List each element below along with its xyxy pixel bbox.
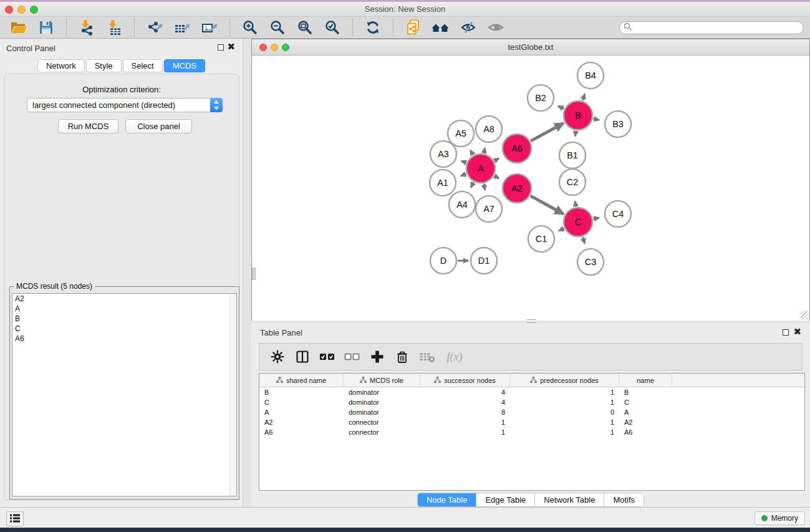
graph-node-A6[interactable]: A6 (503, 134, 531, 163)
deselect-all-icon[interactable] (344, 347, 360, 366)
result-item[interactable]: C (12, 324, 236, 334)
column-header-MCDS-role[interactable]: MCDS role (344, 374, 420, 387)
export-network-icon[interactable] (141, 18, 168, 37)
tab-mcds[interactable]: MCDS (164, 59, 205, 72)
tab-style[interactable]: Style (86, 59, 122, 72)
search-input[interactable] (635, 22, 803, 33)
node-table[interactable]: shared nameMCDS rolesuccessor nodesprede… (259, 373, 805, 491)
result-item[interactable]: A6 (12, 334, 236, 344)
graph-node-B4[interactable]: B4 (577, 62, 604, 89)
table-cell[interactable]: A (619, 409, 672, 416)
float-panel-icon[interactable] (218, 44, 224, 51)
graph-node-A7[interactable]: A7 (476, 196, 502, 222)
graph-node-C1[interactable]: C1 (528, 226, 554, 252)
table-cell[interactable]: 8 (420, 409, 510, 416)
table-cell[interactable]: 1 (510, 389, 619, 396)
graph-node-C4[interactable]: C4 (605, 201, 631, 227)
graph-node-A4[interactable]: A4 (449, 191, 475, 218)
zoom-fit-icon[interactable] (291, 18, 319, 37)
table-cell[interactable]: C (619, 399, 672, 406)
edge-B-B2[interactable] (558, 106, 564, 109)
result-list-scrollbar[interactable] (229, 294, 236, 496)
table-cell[interactable]: dominator (344, 389, 420, 396)
table-cell[interactable]: A2 (259, 418, 344, 426)
table-cell[interactable]: 1 (420, 428, 510, 436)
table-row[interactable]: Cdominator41C (259, 397, 804, 407)
close-panel-icon[interactable]: ✖ (227, 41, 235, 52)
table-float-panel-icon[interactable] (783, 329, 789, 336)
save-icon[interactable] (32, 18, 60, 37)
edge-B-B3[interactable] (593, 118, 599, 120)
search-field[interactable] (619, 21, 804, 34)
table-cell[interactable]: 4 (420, 389, 510, 396)
table-cell[interactable]: B (619, 389, 672, 396)
edge-A-A7[interactable] (484, 184, 485, 190)
task-history-button[interactable] (6, 511, 24, 526)
edge-C-C4[interactable] (594, 218, 599, 219)
table-cell[interactable]: dominator (344, 399, 420, 406)
edge-A-A3[interactable] (461, 161, 466, 163)
tab-network[interactable]: Network (37, 59, 85, 72)
result-item[interactable]: A2 (12, 294, 236, 304)
add-row-icon[interactable] (369, 347, 385, 366)
table-close-panel-icon[interactable]: ✖ (793, 326, 801, 337)
memory-button[interactable]: Memory (755, 511, 805, 525)
table-cell[interactable]: A6 (619, 428, 672, 436)
result-item[interactable]: A (12, 304, 236, 314)
import-table-icon[interactable] (100, 18, 128, 37)
zoom-out-icon[interactable] (264, 18, 291, 37)
table-cell[interactable]: dominator (344, 409, 420, 416)
result-item[interactable]: B (12, 314, 236, 324)
table-cell[interactable]: connector (344, 428, 420, 436)
table-cell[interactable]: 1 (420, 418, 510, 426)
edge-C-C3[interactable] (583, 237, 585, 244)
table-cell[interactable]: A (259, 409, 344, 416)
gear-icon[interactable] (269, 347, 286, 366)
duplicate-network-icon[interactable] (400, 18, 427, 37)
table-cell[interactable]: A2 (619, 418, 672, 426)
table-cell[interactable]: A6 (259, 428, 344, 436)
graph-node-C2[interactable]: C2 (559, 169, 586, 195)
open-folder-icon[interactable] (5, 18, 32, 37)
edge-A6-B[interactable] (531, 123, 563, 141)
table-cell[interactable]: B (259, 389, 344, 396)
graph-node-D[interactable]: D (430, 248, 456, 274)
refresh-icon[interactable] (359, 18, 387, 37)
criterion-dropdown[interactable]: largest connected component (directed) (27, 98, 223, 112)
table-cell[interactable]: 1 (510, 418, 619, 426)
home-icon[interactable] (427, 18, 455, 37)
graph-node-B[interactable]: B (564, 101, 592, 130)
column-header-shared-name[interactable]: shared name (259, 374, 344, 387)
import-network-icon[interactable] (73, 18, 100, 37)
hide-graphics-icon[interactable] (455, 18, 482, 37)
edge-A2-C[interactable] (531, 196, 564, 214)
edge-B-B4[interactable] (583, 94, 585, 101)
edge-C-C1[interactable] (559, 228, 564, 231)
edge-C-C2[interactable] (575, 201, 576, 207)
zoom-selected-icon[interactable] (319, 18, 346, 37)
close-panel-button[interactable]: Close panel (125, 119, 192, 133)
graph-node-B1[interactable]: B1 (559, 142, 586, 168)
edge-B-B1[interactable] (575, 131, 576, 137)
edge-A-A1[interactable] (461, 174, 466, 176)
show-graphics-icon[interactable] (482, 18, 509, 37)
graph-node-C[interactable]: C (564, 208, 592, 236)
graph-node-B2[interactable]: B2 (528, 85, 554, 111)
table-row[interactable]: Adominator80A (259, 407, 804, 417)
mcds-result-list[interactable]: A2ABCA6 (12, 293, 237, 496)
export-table-icon[interactable] (168, 18, 196, 37)
delete-row-icon[interactable] (394, 347, 410, 366)
graph-node-B3[interactable]: B3 (605, 111, 631, 137)
run-mcds-button[interactable]: Run MCDS (58, 119, 118, 133)
table-cell[interactable]: 0 (510, 409, 619, 416)
table-cell[interactable]: 4 (420, 399, 510, 406)
tab-motifs[interactable]: Motifs (604, 493, 644, 506)
table-row[interactable]: A6connector11A6 (259, 427, 804, 437)
edge-A-A4[interactable] (471, 182, 473, 187)
tab-node-table[interactable]: Node Table (418, 493, 477, 506)
column-header-name[interactable]: name (619, 374, 672, 387)
network-window-titlebar[interactable]: testGlobe.txt (252, 39, 809, 56)
edge-A-A6[interactable] (494, 158, 499, 161)
window-resize-grip[interactable] (801, 311, 809, 319)
graph-node-A2[interactable]: A2 (503, 174, 531, 203)
